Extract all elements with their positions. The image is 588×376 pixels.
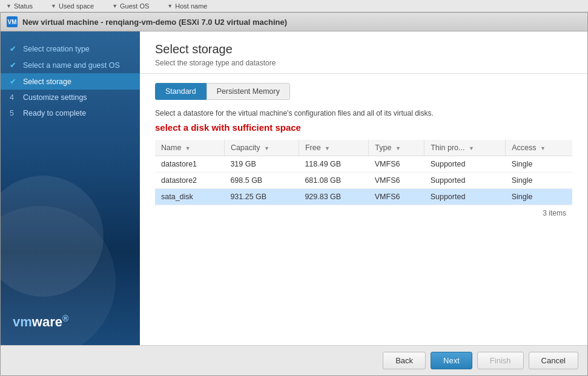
cell-free-1: 681.08 GB [299,173,368,189]
vm-text: vm [13,314,32,329]
warning-text: select a disk with sufficient space [155,122,572,133]
sort-arrow-type: ▼ [395,145,401,151]
cell-type-2: VMFS6 [369,189,424,205]
table-row[interactable]: datastore1319 GB118.49 GBVMFS6SupportedS… [155,156,572,173]
cell-access-0: Single [506,156,572,173]
cell-type-1: VMFS6 [369,173,424,189]
check-icon-1: ✔ [10,44,19,53]
cell-capacity-1: 698.5 GB [224,173,299,189]
col-type[interactable]: Type ▼ [369,140,424,156]
table-row[interactable]: datastore2698.5 GB681.08 GBVMFS6Supporte… [155,173,572,189]
num-4: 4 [10,93,19,102]
sidebar-item-4[interactable]: 4 Customize settings [1,90,140,105]
sidebar-label-4: Customize settings [23,93,87,102]
sort-arrow-free: ▼ [325,145,330,151]
sort-arrow-thin: ▼ [469,145,474,151]
check-icon-3: ✔ [10,77,19,86]
cell-free-0: 118.49 GB [299,156,368,173]
window-titlebar: VM New virtual machine - renqiang-vm-dem… [1,13,587,31]
finish-button[interactable]: Finish [477,352,524,369]
host-name-col[interactable]: ▼ Host name [167,2,207,10]
sidebar-item-3[interactable]: ✔ Select storage [1,73,140,90]
status-label: Status [14,2,33,10]
cell-capacity-2: 931.25 GB [224,189,299,205]
sort-arrow-name: ▼ [185,145,191,151]
cell-access-1: Single [506,173,572,189]
cell-thin_pro-1: Supported [424,173,506,189]
sidebar-label-5: Ready to complete [23,109,86,117]
window-body: ✔ Select creation type ✔ Select a name a… [1,31,587,345]
tab-bar: Standard Persistent Memory [155,83,572,100]
cell-name-0: datastore1 [155,156,224,173]
storage-table: Name ▼ Capacity ▼ Free ▼ [155,140,572,205]
cancel-button[interactable]: Cancel [529,352,578,369]
registered-icon: ® [62,314,68,323]
main-window: VM New virtual machine - renqiang-vm-dem… [0,12,588,376]
cell-thin_pro-0: Supported [424,156,506,173]
sidebar-label-1: Select creation type [23,45,90,53]
used-space-label: Used space [59,2,94,10]
col-free[interactable]: Free ▼ [299,140,368,156]
sidebar: ✔ Select creation type ✔ Select a name a… [1,31,140,345]
info-text: Select a datastore for the virtual machi… [155,109,572,117]
content-body: Standard Persistent Memory Select a data… [140,74,587,345]
check-icon-2: ✔ [10,61,19,70]
window-icon: VM [7,16,18,27]
top-bar: ▼ Status ▼ Used space ▼ Guest OS ▼ Host … [0,0,588,12]
items-count: 3 items [155,205,572,221]
cell-access-2: Single [506,189,572,205]
tab-standard[interactable]: Standard [155,83,206,100]
next-button[interactable]: Next [431,352,472,369]
col-access[interactable]: Access ▼ [506,140,572,156]
sidebar-label-3: Select storage [23,78,71,86]
host-name-label: Host name [175,2,207,10]
used-space-col[interactable]: ▼ Used space [51,2,94,10]
status-col[interactable]: ▼ Status [6,2,33,10]
sidebar-item-1[interactable]: ✔ Select creation type [1,41,140,57]
num-5: 5 [10,109,19,117]
tab-persistent-memory[interactable]: Persistent Memory [206,83,290,100]
back-button[interactable]: Back [383,352,426,369]
cell-capacity-0: 319 GB [224,156,299,173]
sidebar-item-5[interactable]: 5 Ready to complete [1,105,140,121]
table-header-row: Name ▼ Capacity ▼ Free ▼ [155,140,572,156]
vmware-logo: vmware® [13,314,68,330]
sort-arrow-access: ▼ [540,145,546,151]
col-capacity[interactable]: Capacity ▼ [224,140,299,156]
guest-os-label: Guest OS [120,2,149,10]
cell-name-2: sata_disk [155,189,224,205]
sidebar-item-2[interactable]: ✔ Select a name and guest OS [1,57,140,73]
col-thin-pro[interactable]: Thin pro... ▼ [424,140,506,156]
content-area: Select storage Select the storage type a… [140,31,587,345]
cell-free-2: 929.83 GB [299,189,368,205]
ware-text: ware [32,314,62,329]
cell-type-0: VMFS6 [369,156,424,173]
guest-os-col[interactable]: ▼ Guest OS [112,2,149,10]
cell-thin_pro-2: Supported [424,189,506,205]
page-title: Select storage [155,42,572,56]
table-row[interactable]: sata_disk931.25 GB929.83 GBVMFS6Supporte… [155,189,572,205]
sort-arrow-capacity: ▼ [264,145,269,151]
content-header: Select storage Select the storage type a… [140,31,587,74]
sidebar-label-2: Select a name and guest OS [23,61,120,70]
footer: Back Next Finish Cancel [1,345,587,375]
cell-name-1: datastore2 [155,173,224,189]
page-subtitle: Select the storage type and datastore [155,59,572,67]
window-title: New virtual machine - renqiang-vm-demo (… [22,18,287,27]
col-name[interactable]: Name ▼ [155,140,224,156]
